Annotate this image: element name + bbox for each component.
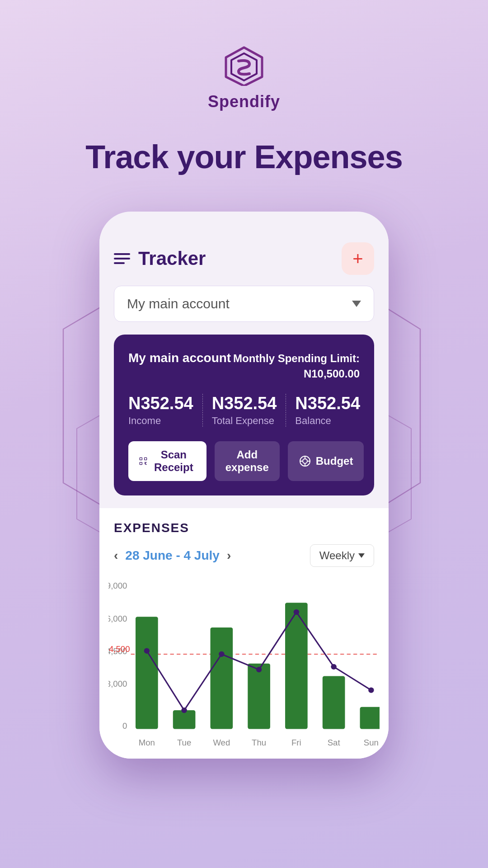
stats-row: N352.54 Income N352.54 Total Expense N35… [128,394,360,427]
bar-mon [136,617,158,729]
svg-text:4,500: 4,500 [109,644,130,654]
app-name: Spendify [208,92,280,111]
date-range-label: 28 June - 4 July [125,548,220,563]
add-expense-button[interactable]: Add expense [215,441,280,481]
add-expense-label: Add expense [225,448,269,473]
svg-text:9,000: 9,000 [108,581,127,590]
svg-rect-7 [145,458,147,460]
logo-area: Spendify [208,45,280,111]
svg-text:Tue: Tue [177,738,191,747]
phone-frame: Tracker + My main account My main accoun… [99,212,389,759]
hamburger-line-3 [114,262,125,264]
next-date-button[interactable]: › [227,548,231,563]
bar-thu [248,664,270,729]
expenses-label: EXPENSES [99,508,389,535]
card-limit-value: N10,500.00 [233,366,360,382]
stat-expense-label: Total Expense [212,415,277,427]
line-dot-sat [331,664,336,670]
svg-text:Mon: Mon [139,738,155,747]
stat-expense-amount: N352.54 [212,394,277,413]
phone-inner: Tracker + My main account My main accoun… [99,228,389,495]
svg-text:3,000: 3,000 [108,679,127,689]
bar-fri [285,603,308,729]
stat-balance-label: Balance [295,415,360,427]
stat-balance: N352.54 Balance [286,394,369,427]
svg-text:Thu: Thu [252,738,266,747]
expenses-chart: 9,000 6,000 4,500 3,000 0 4,500 [108,578,380,759]
bar-wed [211,627,233,729]
budget-icon [299,455,311,467]
chart-container: 9,000 6,000 4,500 3,000 0 4,500 [99,578,389,759]
date-nav-left: ‹ 28 June - 4 July › [114,548,231,563]
line-dot-wed [219,651,224,657]
hamburger-line-1 [114,253,130,255]
card-account-name: My main account [128,351,231,365]
stat-income: N352.54 Income [128,394,202,427]
svg-text:Wed: Wed [213,738,230,747]
stat-income-label: Income [128,415,193,427]
hero-headline: Track your Expenses [85,138,402,175]
expenses-section: EXPENSES ‹ 28 June - 4 July › Weekly 9,0… [99,508,389,759]
tracker-title: Tracker [138,248,206,269]
stat-income-amount: N352.54 [128,394,193,413]
svg-rect-8 [140,462,142,465]
svg-point-13 [303,459,307,463]
bar-tue [173,710,196,729]
stat-balance-amount: N352.54 [295,394,360,413]
svg-text:6,000: 6,000 [108,614,127,623]
phone-notch [199,212,289,228]
bar-sun [360,707,380,729]
scan-receipt-icon [139,455,147,467]
budget-button[interactable]: Budget [288,441,364,481]
plus-icon: + [352,250,363,268]
line-dot-thu [256,667,262,672]
phone-container: Tracker + My main account My main accoun… [90,212,398,759]
svg-text:0: 0 [122,722,127,731]
line-dot-fri [294,609,299,615]
budget-label: Budget [316,455,353,467]
scan-receipt-label: Scan Receipt [152,448,196,474]
svg-text:Sun: Sun [364,738,379,747]
add-button[interactable]: + [342,242,374,275]
date-navigation: ‹ 28 June - 4 July › Weekly [99,544,389,578]
svg-rect-6 [140,458,142,460]
account-selector-value: My main account [127,296,230,311]
tracker-header: Tracker + [114,228,374,286]
line-dot-mon [144,648,150,654]
hamburger-line-2 [114,258,130,259]
card-limit-label: Monthly Spending Limit: [233,351,360,366]
card-limit: Monthly Spending Limit: N10,500.00 [233,351,360,381]
period-selector[interactable]: Weekly [310,544,374,567]
bar-sat [323,676,345,729]
stat-total-expense: N352.54 Total Expense [202,394,286,427]
line-dot-tue [181,708,187,713]
account-selector[interactable]: My main account [114,286,374,322]
scan-receipt-button[interactable]: Scan Receipt [128,441,206,481]
prev-date-button[interactable]: ‹ [114,548,118,563]
account-card: My main account Monthly Spending Limit: … [114,335,374,495]
action-buttons: Scan Receipt Add expense [128,441,360,481]
svg-text:Fri: Fri [291,738,301,747]
hamburger-menu-icon[interactable] [114,253,130,264]
period-label: Weekly [319,549,355,562]
card-top: My main account Monthly Spending Limit: … [128,351,360,381]
header-left: Tracker [114,248,206,269]
spendify-logo-icon [221,45,267,86]
period-chevron-icon [358,553,365,558]
svg-text:Sat: Sat [328,738,341,747]
chevron-down-icon [352,301,361,307]
line-dot-sun [368,688,374,693]
